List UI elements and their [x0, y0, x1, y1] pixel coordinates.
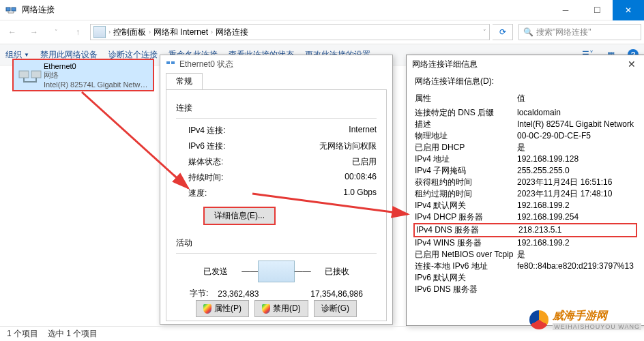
svg-rect-3 [31, 71, 41, 78]
search-input[interactable]: 🔍 搜索"网络连接" [518, 24, 641, 40]
status-dialog: Ethernet0 状态 常规 连接 IPv4 连接:Internet IPv6… [160, 55, 393, 325]
item-count: 1 个项目 [7, 328, 38, 340]
location-icon [93, 26, 106, 38]
details-button[interactable]: 详细信息(E)... [203, 207, 276, 225]
maximize-button[interactable]: ☐ [581, 0, 613, 20]
window-title-bar: 网络连接 ─ ☐ ✕ [0, 0, 644, 20]
network-icon [5, 5, 16, 16]
details-row: 已启用 DHCP是 [415, 142, 636, 153]
navigation-bar: ← → ˅ ↑ › 控制面板 › 网络和 Internet › 网络连接 ˅ ⟳… [0, 20, 644, 44]
bytes-label: 字节: [190, 288, 208, 299]
adapter-net: 网络 [44, 70, 150, 80]
selected-count: 选中 1 个项目 [48, 328, 98, 340]
details-row: 连接特定的 DNS 后缀localdomain [415, 107, 636, 119]
adapter-desc: Intel(R) 82574L Gigabit Networ... [44, 80, 150, 89]
details-row: IPv6 DNS 服务器 [415, 284, 636, 295]
conn-section: 连接 [176, 102, 377, 114]
search-icon: 🔍 [523, 27, 533, 37]
adapter-name: Ethernet0 [44, 62, 150, 70]
svg-rect-5 [171, 61, 175, 64]
minimize-button[interactable]: ─ [550, 0, 581, 20]
back-button[interactable]: ← [3, 23, 22, 42]
shield-icon [203, 304, 211, 314]
disable-button[interactable]: 禁用(D) [254, 300, 308, 317]
crumb-3[interactable]: 网络连接 [216, 27, 248, 38]
activity-icon [258, 261, 294, 282]
breadcrumb[interactable]: › 控制面板 › 网络和 Internet › 网络连接 ˅ [90, 24, 490, 40]
details-header: 属性 值 [407, 91, 644, 106]
status-dialog-title: Ethernet0 状态 [160, 55, 392, 73]
bytes-recv: 17,354,86,986 [310, 289, 363, 299]
crumb-2[interactable]: 网络和 Internet [153, 27, 208, 38]
crumb-dropdown[interactable]: ˅ [483, 29, 486, 35]
svg-rect-1 [12, 8, 16, 11]
activity-section: 活动 [176, 237, 377, 249]
details-row: IPv4 地址192.168.199.128 [415, 153, 636, 165]
adapter-ethernet0[interactable]: Ethernet0 网络 Intel(R) 82574L Gigabit Net… [12, 59, 154, 91]
forward-button[interactable]: → [25, 23, 44, 42]
details-row: IPv6 默认网关 [415, 272, 636, 284]
details-row: 获得租约的时间2023年11月24日 16:51:16 [415, 177, 636, 188]
watermark-logo [529, 310, 548, 329]
details-dialog: 网络连接详细信息 ✕ 网络连接详细信息(D): 属性 值 连接特定的 DNS 后… [406, 55, 644, 326]
watermark: 威海手游网 WEIHAISHOUYOU WANG [529, 309, 641, 330]
adapter-icon [16, 61, 44, 89]
details-row: 已启用 NetBIOS over Tcpip是 [415, 249, 636, 261]
details-row: IPv4 DHCP 服务器192.168.199.254 [415, 211, 636, 223]
recv-label: 已接收 [311, 266, 363, 278]
window-title: 网络连接 [22, 4, 550, 16]
details-row: IPv4 默认网关192.168.199.2 [415, 200, 636, 211]
up-button[interactable]: ↑ [68, 23, 87, 42]
diagnose-button2[interactable]: 诊断(G) [314, 300, 357, 317]
details-row: IPv4 子网掩码255.255.255.0 [415, 165, 636, 177]
details-body: 连接特定的 DNS 后缀localdomain描述Intel(R) 82574L… [407, 106, 644, 301]
svg-rect-2 [19, 71, 29, 78]
details-row: 物理地址00-0C-29-0D-CE-F5 [415, 130, 636, 142]
svg-rect-4 [166, 61, 170, 64]
details-subtitle: 网络连接详细信息(D): [407, 73, 644, 91]
close-button[interactable]: ✕ [613, 0, 644, 20]
status-icon [166, 59, 175, 69]
svg-rect-0 [6, 8, 10, 11]
details-row: 租约过期的时间2023年11月24日 17:48:10 [415, 188, 636, 200]
tab-general[interactable]: 常规 [166, 73, 203, 89]
properties-button[interactable]: 属性(P) [196, 300, 249, 317]
details-row: IPv4 DNS 服务器218.213.5.1 [413, 223, 637, 237]
shield-icon [262, 304, 270, 314]
crumb-1[interactable]: 控制面板 [113, 27, 146, 38]
details-row: IPv4 WINS 服务器192.168.199.2 [415, 237, 636, 249]
search-placeholder: 搜索"网络连接" [536, 27, 591, 38]
details-row: 连接-本地 IPv6 地址fe80::84ba:e820:d219:3797%1… [415, 261, 636, 272]
details-row: 描述Intel(R) 82574L Gigabit Network Connec… [415, 119, 636, 130]
bytes-sent: 23,362,483 [218, 289, 259, 299]
refresh-button[interactable]: ⟳ [493, 24, 513, 40]
details-close-button[interactable]: ✕ [625, 59, 639, 70]
sent-label: 已发送 [190, 266, 241, 278]
details-title: 网络连接详细信息 [412, 59, 625, 70]
recent-dropdown[interactable]: ˅ [46, 23, 65, 42]
